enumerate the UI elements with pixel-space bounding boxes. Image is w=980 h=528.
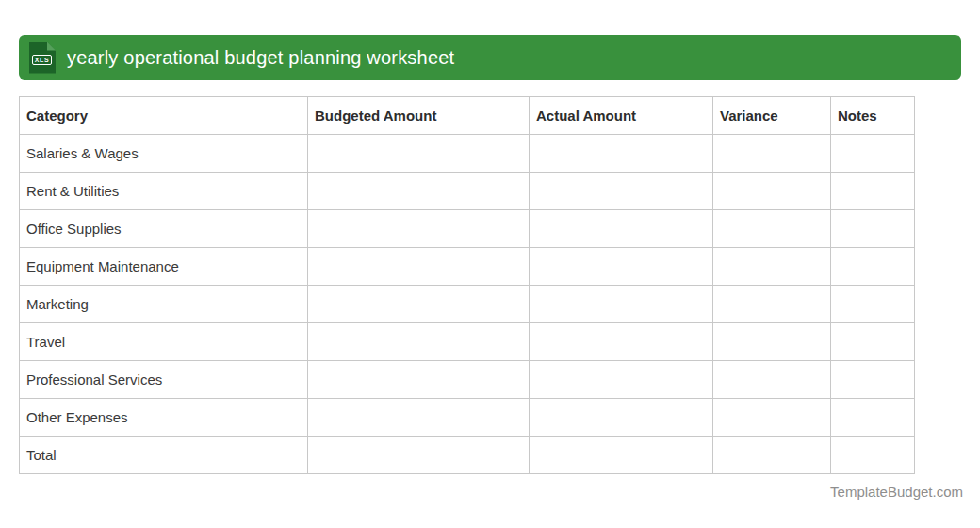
xls-file-icon-label: XLS [32, 55, 52, 65]
cell-budgeted-amount [308, 399, 530, 437]
cell-actual-amount [530, 173, 713, 210]
budget-table: Category Budgeted Amount Actual Amount V… [19, 96, 915, 474]
cell-variance [713, 323, 831, 361]
cell-actual-amount [530, 361, 713, 399]
table-row-total: Total [20, 437, 915, 474]
cell-actual-amount [530, 135, 713, 173]
column-header-notes: Notes [831, 97, 915, 135]
cell-budgeted-amount [308, 286, 530, 323]
cell-variance [713, 210, 831, 248]
cell-actual-amount [530, 248, 713, 286]
cell-category: Rent & Utilities [20, 173, 308, 210]
cell-notes [831, 210, 915, 248]
cell-category: Salaries & Wages [20, 135, 308, 173]
table-row: Other Expenses [20, 399, 915, 437]
cell-variance [713, 399, 831, 437]
column-header-budgeted-amount: Budgeted Amount [308, 97, 530, 135]
cell-notes [831, 135, 915, 173]
xls-file-icon-folded-corner [47, 42, 56, 51]
cell-notes [831, 437, 915, 474]
cell-variance [713, 173, 831, 210]
xls-file-icon: XLS [29, 42, 56, 74]
cell-budgeted-amount [308, 173, 530, 210]
cell-budgeted-amount [308, 361, 530, 399]
cell-category: Equipment Maintenance [20, 248, 308, 286]
cell-actual-amount [530, 286, 713, 323]
cell-variance [713, 286, 831, 323]
site-credit: TemplateBudget.com [830, 484, 963, 500]
table-row: Rent & Utilities [20, 173, 915, 210]
table-row: Office Supplies [20, 210, 915, 248]
cell-budgeted-amount [308, 248, 530, 286]
cell-notes [831, 248, 915, 286]
table-row: Professional Services [20, 361, 915, 399]
cell-notes [831, 286, 915, 323]
cell-category: Marketing [20, 286, 308, 323]
table-header-row: Category Budgeted Amount Actual Amount V… [20, 97, 915, 135]
cell-notes [831, 323, 915, 361]
column-header-category: Category [20, 97, 308, 135]
cell-category: Total [20, 437, 308, 474]
cell-category: Office Supplies [20, 210, 308, 248]
cell-variance [713, 248, 831, 286]
cell-variance [713, 361, 831, 399]
cell-budgeted-amount [308, 437, 530, 474]
cell-actual-amount [530, 210, 713, 248]
cell-notes [831, 361, 915, 399]
column-header-variance: Variance [713, 97, 831, 135]
cell-category: Other Expenses [20, 399, 308, 437]
cell-actual-amount [530, 437, 713, 474]
cell-notes [831, 173, 915, 210]
column-header-actual-amount: Actual Amount [530, 97, 713, 135]
table-row: Travel [20, 323, 915, 361]
table-row: Marketing [20, 286, 915, 323]
cell-category: Travel [20, 323, 308, 361]
table-row: Salaries & Wages [20, 135, 915, 173]
cell-budgeted-amount [308, 323, 530, 361]
cell-budgeted-amount [308, 135, 530, 173]
table-row: Equipment Maintenance [20, 248, 915, 286]
page-title: yearly operational budget planning works… [67, 47, 454, 69]
cell-category: Professional Services [20, 361, 308, 399]
cell-actual-amount [530, 399, 713, 437]
cell-budgeted-amount [308, 210, 530, 248]
cell-notes [831, 399, 915, 437]
cell-actual-amount [530, 323, 713, 361]
cell-variance [713, 135, 831, 173]
worksheet-title-bar: XLS yearly operational budget planning w… [19, 35, 961, 80]
cell-variance [713, 437, 831, 474]
